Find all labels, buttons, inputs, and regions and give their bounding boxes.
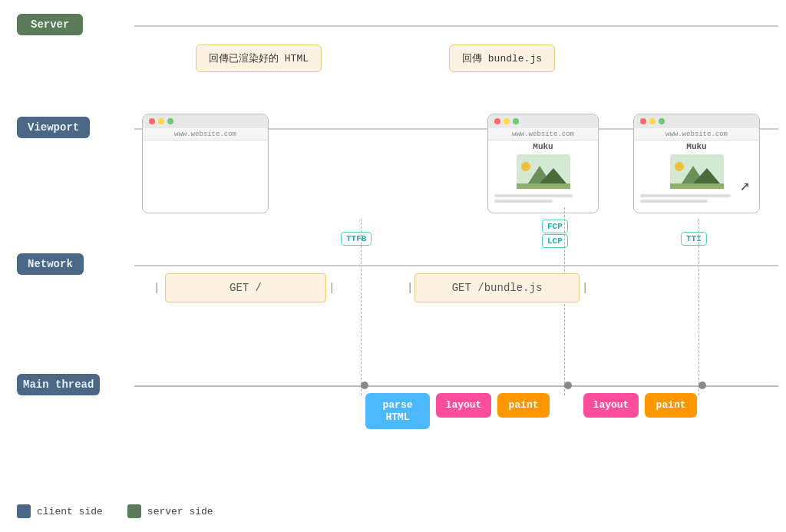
get-bundle-right-cap: | bbox=[582, 282, 588, 294]
text-line bbox=[494, 194, 573, 197]
browser-muku1: www.website.com Muku bbox=[487, 114, 599, 213]
callout-html: 回傳已渲染好的 HTML bbox=[196, 45, 322, 72]
svg-point-3 bbox=[521, 162, 530, 171]
main-thread-label: Main thread bbox=[17, 374, 100, 395]
dot-green-m1 bbox=[513, 118, 519, 124]
browser-content-empty bbox=[143, 140, 268, 202]
network-timeline-line bbox=[134, 265, 778, 266]
legend-client-label: client side bbox=[37, 506, 103, 517]
dot-red-m2 bbox=[640, 118, 646, 124]
legend-server-box bbox=[127, 504, 141, 518]
dashed-line-ttfb bbox=[361, 219, 362, 395]
text-line bbox=[494, 200, 553, 203]
get-slash-right-cap: | bbox=[329, 282, 335, 294]
text-line bbox=[640, 194, 731, 197]
network-label: Network bbox=[17, 253, 84, 275]
browser-empty: www.website.com bbox=[142, 114, 269, 213]
get-bundle-bar: GET /bundle.js bbox=[414, 273, 580, 302]
layout1-pill: layout bbox=[436, 393, 491, 418]
tti-marker: TTI bbox=[681, 232, 707, 246]
diagram-container: Server 回傳已渲染好的 HTML 回傳 bundle.js Viewpor… bbox=[0, 0, 786, 532]
dot-green-m2 bbox=[659, 118, 665, 124]
thread-dot-2 bbox=[564, 382, 572, 389]
browser-content-muku2: Muku ↗ bbox=[634, 140, 759, 202]
layout2-pill: layout bbox=[583, 393, 639, 418]
muku-image-1 bbox=[517, 154, 570, 189]
server-label: Server bbox=[17, 14, 83, 35]
dot-yellow bbox=[158, 118, 164, 124]
svg-rect-4 bbox=[517, 183, 570, 189]
svg-rect-9 bbox=[670, 183, 724, 189]
text-line bbox=[640, 200, 708, 203]
legend-server-label: server side bbox=[147, 506, 213, 517]
text-lines-muku1 bbox=[488, 190, 598, 207]
dot-red-m1 bbox=[494, 118, 500, 124]
legend: client side server side bbox=[17, 504, 213, 518]
dot-green bbox=[167, 118, 173, 124]
paint1-pill: paint bbox=[497, 393, 550, 418]
ttfb-marker: TTFB bbox=[341, 232, 372, 246]
thread-dot-3 bbox=[698, 382, 706, 389]
legend-client: client side bbox=[17, 504, 103, 518]
cursor-icon: ↗ bbox=[740, 175, 750, 196]
get-slash-left-cap: | bbox=[154, 282, 160, 294]
browser-url-muku1: www.website.com bbox=[488, 128, 598, 140]
callout-bundle: 回傳 bundle.js bbox=[449, 45, 555, 72]
legend-client-box bbox=[17, 504, 31, 518]
parse-html-pill: parseHTML bbox=[365, 393, 430, 429]
thread-dot-1 bbox=[361, 382, 368, 389]
get-bundle-left-cap: | bbox=[407, 282, 413, 294]
browser-titlebar-muku2 bbox=[634, 114, 759, 128]
server-timeline-line bbox=[134, 25, 778, 27]
muku-title-2: Muku bbox=[634, 140, 759, 153]
viewport-label: Viewport bbox=[17, 117, 90, 138]
browser-content-muku1: Muku bbox=[488, 140, 598, 202]
dot-yellow-m2 bbox=[649, 118, 656, 124]
dashed-line-tti bbox=[698, 219, 699, 395]
muku-title-1: Muku bbox=[488, 140, 598, 153]
browser-url-empty: www.website.com bbox=[143, 128, 268, 140]
legend-server: server side bbox=[127, 504, 213, 518]
browser-muku2: www.website.com Muku ↗ bbox=[633, 114, 760, 213]
browser-url-muku2: www.website.com bbox=[634, 128, 759, 140]
browser-titlebar-empty bbox=[143, 114, 268, 128]
paint2-pill: paint bbox=[645, 393, 697, 418]
dot-yellow-m1 bbox=[504, 118, 510, 124]
svg-point-8 bbox=[675, 162, 684, 171]
get-slash-bar: GET / bbox=[165, 273, 326, 302]
dot-red bbox=[149, 118, 155, 124]
mainthread-timeline-line bbox=[134, 385, 778, 387]
muku-image-2 bbox=[670, 154, 724, 189]
browser-titlebar-muku1 bbox=[488, 114, 598, 128]
